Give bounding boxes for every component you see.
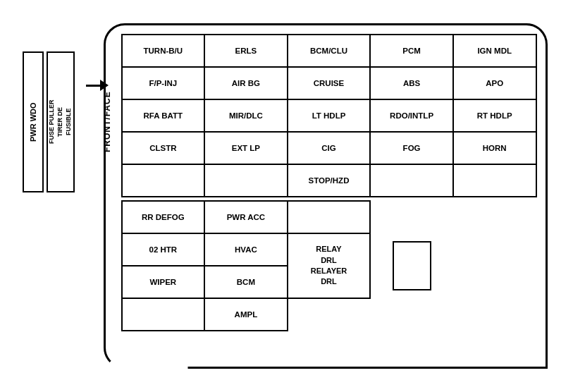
cell-empty-6: [370, 201, 453, 233]
table-row: TURN-B/U ERLS BCM/CLU PCM IGN MDL: [122, 35, 536, 67]
cell-horn: HORN: [453, 132, 536, 164]
cell-empty-10: [122, 298, 205, 331]
cell-empty-11: [288, 298, 536, 331]
table-row: 02 HTR HVAC RELAYDRLRELAYERDRL: [122, 233, 536, 266]
left-labels: PWR WDO FUSE PULLERTIRER DEFUSIBLE: [23, 51, 75, 192]
cell-wiper: WIPER: [122, 266, 205, 298]
cell-empty-7: [453, 201, 536, 233]
cell-ign-mdl: IGN MDL: [453, 35, 536, 67]
front-face-label: FRONT/FACE: [102, 51, 112, 192]
cell-ext-lp: EXT LP: [204, 132, 288, 164]
fuse-puller-box: FUSE PULLERTIRER DEFUSIBLE: [47, 51, 75, 192]
cell-erls: ERLS: [204, 35, 288, 67]
cell-fp-inj: F/P-INJ: [122, 67, 205, 99]
cell-air-bg: AIR BG: [204, 67, 288, 99]
table-row: RFA BATT MIR/DLC LT HDLP RDO/INTLP RT HD…: [122, 99, 536, 132]
small-fuse-box: [393, 241, 431, 290]
cell-bcm: BCM: [204, 266, 288, 298]
cell-empty-8: [453, 233, 536, 266]
table-row: CLSTR EXT LP CIG FOG HORN: [122, 132, 536, 164]
cell-02-htr: 02 HTR: [122, 233, 205, 266]
cell-empty-9: [453, 266, 536, 298]
cell-ampl: AMPL: [204, 298, 288, 331]
table-row: RR DEFOG PWR ACC: [122, 201, 536, 233]
cell-cig: CIG: [288, 132, 371, 164]
table-row: STOP/HZD: [122, 164, 536, 197]
diagram-container: PWR WDO FUSE PULLERTIRER DEFUSIBLE FRONT…: [12, 9, 562, 383]
table-row: F/P-INJ AIR BG CRUISE ABS APO: [122, 67, 536, 99]
cell-apo: APO: [453, 67, 536, 99]
relay-drl-box: RELAYDRLRELAYERDRL: [288, 234, 370, 298]
cell-hvac: HVAC: [204, 233, 288, 266]
cell-rr-defog: RR DEFOG: [122, 201, 205, 233]
cell-relay-drl: RELAYDRLRELAYERDRL: [288, 233, 371, 298]
cell-empty-2: [204, 164, 288, 197]
pwr-wdo-box: PWR WDO: [23, 51, 44, 192]
cell-empty-5: [288, 201, 371, 233]
cell-abs: ABS: [370, 67, 453, 99]
arrow-shaft: [86, 85, 100, 87]
cell-rt-hdlp: RT HDLP: [453, 99, 536, 132]
cell-empty-3: [370, 164, 453, 197]
cell-fog: FOG: [370, 132, 453, 164]
cell-empty-4: [453, 164, 536, 197]
cell-small-box: [370, 233, 453, 298]
cell-bcm-clu: BCM/CLU: [288, 35, 371, 67]
cell-turn-bu: TURN-B/U: [122, 35, 205, 67]
cell-pcm: PCM: [370, 35, 453, 67]
cell-rdo-intlp: RDO/INTLP: [370, 99, 453, 132]
cell-rfa-batt: RFA BATT: [122, 99, 205, 132]
cell-pwr-acc: PWR ACC: [204, 201, 288, 233]
fuse-table: TURN-B/U ERLS BCM/CLU PCM IGN MDL F/P-IN…: [121, 34, 537, 331]
cell-clstr: CLSTR: [122, 132, 205, 164]
fuse-grid: TURN-B/U ERLS BCM/CLU PCM IGN MDL F/P-IN…: [121, 34, 537, 331]
table-row: AMPL: [122, 298, 536, 331]
cell-lt-hdlp: LT HDLP: [288, 99, 371, 132]
cell-mir-dlc: MIR/DLC: [204, 99, 288, 132]
cell-cruise: CRUISE: [288, 67, 371, 99]
cell-empty-1: [122, 164, 205, 197]
cell-stop-hzd: STOP/HZD: [288, 164, 371, 197]
